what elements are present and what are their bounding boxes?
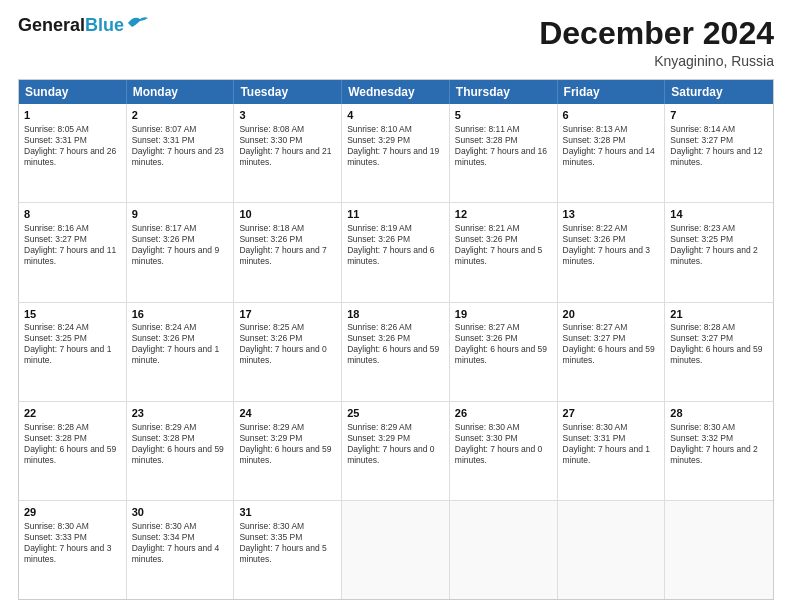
cell-dec-20: 20 Sunrise: 8:27 AM Sunset: 3:27 PM Dayl… (558, 303, 666, 401)
cell-dec-11: 11 Sunrise: 8:19 AM Sunset: 3:26 PM Dayl… (342, 203, 450, 301)
cell-dec-12: 12 Sunrise: 8:21 AM Sunset: 3:26 PM Dayl… (450, 203, 558, 301)
cell-empty-2 (450, 501, 558, 599)
cell-dec-2: 2 Sunrise: 8:07 AM Sunset: 3:31 PM Dayli… (127, 104, 235, 202)
cell-dec-4: 4 Sunrise: 8:10 AM Sunset: 3:29 PM Dayli… (342, 104, 450, 202)
cell-dec-1: 1 Sunrise: 8:05 AM Sunset: 3:31 PM Dayli… (19, 104, 127, 202)
cell-dec-16: 16 Sunrise: 8:24 AM Sunset: 3:26 PM Dayl… (127, 303, 235, 401)
calendar-row-1: 1 Sunrise: 8:05 AM Sunset: 3:31 PM Dayli… (19, 104, 773, 202)
location: Knyaginino, Russia (539, 53, 774, 69)
header-monday: Monday (127, 80, 235, 104)
title-block: December 2024 Knyaginino, Russia (539, 16, 774, 69)
logo: GeneralBlue (18, 16, 148, 36)
calendar: Sunday Monday Tuesday Wednesday Thursday… (18, 79, 774, 600)
cell-dec-14: 14 Sunrise: 8:23 AM Sunset: 3:25 PM Dayl… (665, 203, 773, 301)
header-wednesday: Wednesday (342, 80, 450, 104)
calendar-header: Sunday Monday Tuesday Wednesday Thursday… (19, 80, 773, 104)
cell-dec-30: 30 Sunrise: 8:30 AM Sunset: 3:34 PM Dayl… (127, 501, 235, 599)
cell-dec-6: 6 Sunrise: 8:13 AM Sunset: 3:28 PM Dayli… (558, 104, 666, 202)
cell-dec-3: 3 Sunrise: 8:08 AM Sunset: 3:30 PM Dayli… (234, 104, 342, 202)
cell-dec-25: 25 Sunrise: 8:29 AM Sunset: 3:29 PM Dayl… (342, 402, 450, 500)
cell-dec-29: 29 Sunrise: 8:30 AM Sunset: 3:33 PM Dayl… (19, 501, 127, 599)
cell-dec-24: 24 Sunrise: 8:29 AM Sunset: 3:29 PM Dayl… (234, 402, 342, 500)
cell-dec-10: 10 Sunrise: 8:18 AM Sunset: 3:26 PM Dayl… (234, 203, 342, 301)
cell-dec-13: 13 Sunrise: 8:22 AM Sunset: 3:26 PM Dayl… (558, 203, 666, 301)
header-tuesday: Tuesday (234, 80, 342, 104)
cell-empty-3 (558, 501, 666, 599)
header-saturday: Saturday (665, 80, 773, 104)
cell-empty-4 (665, 501, 773, 599)
header-thursday: Thursday (450, 80, 558, 104)
calendar-body: 1 Sunrise: 8:05 AM Sunset: 3:31 PM Dayli… (19, 104, 773, 599)
cell-dec-26: 26 Sunrise: 8:30 AM Sunset: 3:30 PM Dayl… (450, 402, 558, 500)
cell-dec-8: 8 Sunrise: 8:16 AM Sunset: 3:27 PM Dayli… (19, 203, 127, 301)
calendar-row-4: 22 Sunrise: 8:28 AM Sunset: 3:28 PM Dayl… (19, 401, 773, 500)
calendar-row-2: 8 Sunrise: 8:16 AM Sunset: 3:27 PM Dayli… (19, 202, 773, 301)
cell-dec-7: 7 Sunrise: 8:14 AM Sunset: 3:27 PM Dayli… (665, 104, 773, 202)
calendar-row-3: 15 Sunrise: 8:24 AM Sunset: 3:25 PM Dayl… (19, 302, 773, 401)
cell-dec-22: 22 Sunrise: 8:28 AM Sunset: 3:28 PM Dayl… (19, 402, 127, 500)
logo-general: General (18, 15, 85, 35)
cell-dec-19: 19 Sunrise: 8:27 AM Sunset: 3:26 PM Dayl… (450, 303, 558, 401)
cell-dec-27: 27 Sunrise: 8:30 AM Sunset: 3:31 PM Dayl… (558, 402, 666, 500)
cell-dec-18: 18 Sunrise: 8:26 AM Sunset: 3:26 PM Dayl… (342, 303, 450, 401)
cell-empty-1 (342, 501, 450, 599)
cell-dec-17: 17 Sunrise: 8:25 AM Sunset: 3:26 PM Dayl… (234, 303, 342, 401)
header-sunday: Sunday (19, 80, 127, 104)
month-title: December 2024 (539, 16, 774, 51)
cell-dec-5: 5 Sunrise: 8:11 AM Sunset: 3:28 PM Dayli… (450, 104, 558, 202)
page-header: GeneralBlue December 2024 Knyaginino, Ru… (18, 16, 774, 69)
logo-blue: Blue (85, 15, 124, 35)
cell-dec-23: 23 Sunrise: 8:29 AM Sunset: 3:28 PM Dayl… (127, 402, 235, 500)
cell-dec-28: 28 Sunrise: 8:30 AM Sunset: 3:32 PM Dayl… (665, 402, 773, 500)
cell-dec-15: 15 Sunrise: 8:24 AM Sunset: 3:25 PM Dayl… (19, 303, 127, 401)
cell-dec-9: 9 Sunrise: 8:17 AM Sunset: 3:26 PM Dayli… (127, 203, 235, 301)
logo-bird-icon (126, 15, 148, 31)
calendar-row-5: 29 Sunrise: 8:30 AM Sunset: 3:33 PM Dayl… (19, 500, 773, 599)
header-friday: Friday (558, 80, 666, 104)
cell-dec-31: 31 Sunrise: 8:30 AM Sunset: 3:35 PM Dayl… (234, 501, 342, 599)
cell-dec-21: 21 Sunrise: 8:28 AM Sunset: 3:27 PM Dayl… (665, 303, 773, 401)
